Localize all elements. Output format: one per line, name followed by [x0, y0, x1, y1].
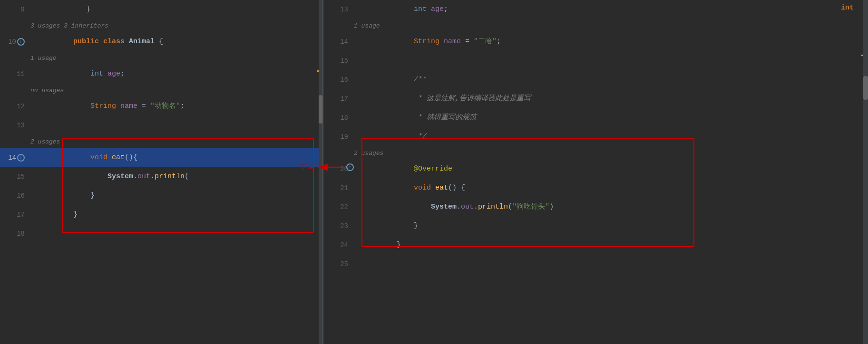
- r-gutter-22: 22: [323, 203, 352, 211]
- r-gutter-25: 25: [323, 260, 352, 268]
- editor-container: 9 } 3 usages 3 inheritors 10 ↓ public cl…: [0, 0, 868, 344]
- line-num-17: 17: [17, 211, 25, 219]
- gutter-13: 13: [0, 122, 29, 129]
- r-gutter-18: 18: [323, 114, 352, 122]
- right-scroll-thumb[interactable]: [863, 76, 868, 100]
- r-code-line-25: 25: [323, 255, 868, 274]
- r-gutter-21: 21: [323, 184, 352, 192]
- line-num-13: 13: [17, 122, 25, 129]
- r-gutter-14: 14: [323, 38, 352, 46]
- r-line-num-22: 22: [340, 203, 348, 211]
- r-gutter-23: 23: [323, 222, 352, 230]
- r-gutter-16: 16: [323, 76, 352, 84]
- right-code-area: 13 int age; int 1 usage 14 String name: [323, 0, 868, 274]
- left-scroll-thumb[interactable]: [319, 95, 322, 124]
- left-panel: 9 } 3 usages 3 inheritors 10 ↓ public cl…: [0, 0, 323, 344]
- r-line-num-19: 19: [340, 133, 348, 141]
- r-line-num-14: 14: [340, 38, 348, 46]
- line-num-10: 10: [8, 38, 16, 46]
- inheritor-icon-down[interactable]: ↓: [17, 38, 25, 46]
- r-line-num-15: 15: [340, 57, 348, 65]
- gutter-12: 12: [0, 103, 29, 110]
- r-line-num-25: 25: [340, 260, 348, 268]
- r-gutter-15: 15: [323, 57, 352, 65]
- r-gutter-13: 13: [323, 6, 352, 13]
- code-line-18: 18: [0, 224, 322, 243]
- line-num-9: 9: [21, 6, 25, 13]
- gutter-14: 14 ↓: [0, 154, 29, 162]
- r-code-line-14: 14 String name = "二哈";: [323, 32, 868, 51]
- r-line-num-21: 21: [340, 184, 348, 192]
- gutter-18: 18: [0, 230, 29, 238]
- right-panel: 13 int age; int 1 usage 14 String name: [323, 0, 868, 344]
- int-keyword-top: int: [841, 4, 854, 12]
- r-gutter-19: 19: [323, 133, 352, 141]
- line-num-16: 16: [17, 192, 25, 200]
- r-gutter-17: 17: [323, 95, 352, 103]
- right-scrollbar[interactable]: [863, 0, 868, 344]
- up-circle-icon[interactable]: ↑: [346, 163, 354, 171]
- gutter-9: 9: [0, 6, 29, 13]
- line-num-14: 14: [8, 154, 16, 162]
- r-line-num-24: 24: [340, 241, 348, 249]
- line-num-18: 18: [17, 230, 25, 238]
- r-line-num-16: 16: [340, 76, 348, 84]
- r-line-num-23: 23: [340, 222, 348, 230]
- arrow-svg: [316, 162, 349, 173]
- method-icon-down[interactable]: ↓: [17, 154, 25, 162]
- r-line-num-17: 17: [340, 95, 348, 103]
- gutter-11: 11: [0, 70, 29, 78]
- line-num-15: 15: [17, 173, 25, 181]
- line-num-12: 12: [17, 103, 25, 110]
- r-line-num-18: 18: [340, 114, 348, 122]
- r-line-num-13: 13: [340, 6, 348, 13]
- gutter-16: 16: [0, 192, 29, 200]
- code-line-12: 12 String name = "动物名";: [0, 97, 322, 116]
- gutter-10: 10 ↓: [0, 38, 29, 46]
- arrow-overlay: 重写 ↑: [300, 162, 354, 173]
- left-code-area: 9 } 3 usages 3 inheritors 10 ↓ public cl…: [0, 0, 322, 243]
- gutter-15: 15: [0, 173, 29, 181]
- rewrite-label: 重写: [300, 162, 315, 172]
- r-code-line-24: 24 }: [323, 236, 868, 255]
- gutter-17: 17: [0, 211, 29, 219]
- r-gutter-24: 24: [323, 241, 352, 249]
- code-line-17: 17 }: [0, 205, 322, 224]
- line-num-11: 11: [17, 70, 25, 78]
